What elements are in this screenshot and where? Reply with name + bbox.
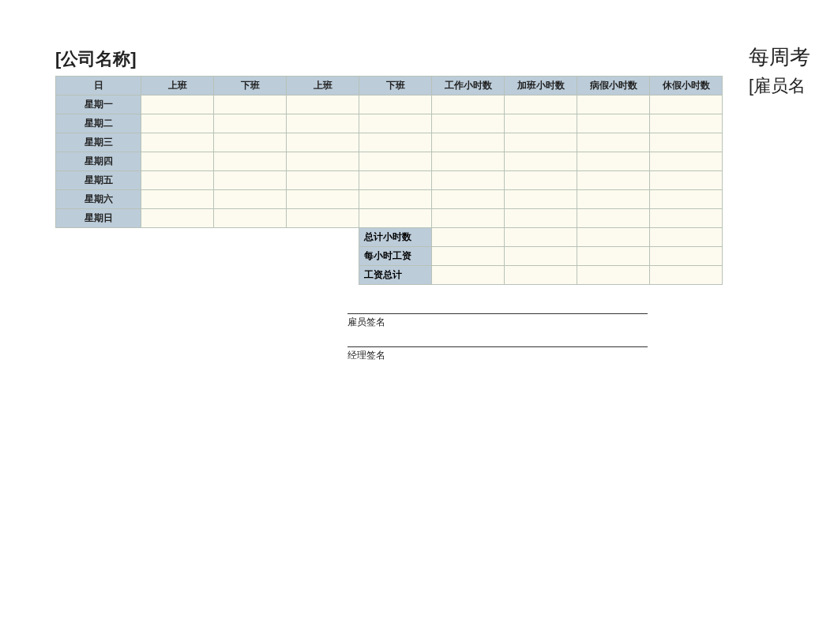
summary-row: 总计小时数 bbox=[56, 228, 723, 247]
col-work-hours: 工作小时数 bbox=[432, 77, 505, 95]
cell[interactable] bbox=[650, 114, 723, 133]
total-hours-cell[interactable] bbox=[505, 228, 577, 247]
day-label: 星期四 bbox=[56, 152, 141, 171]
cell[interactable] bbox=[650, 133, 723, 152]
total-hours-cell[interactable] bbox=[650, 228, 723, 247]
cell[interactable] bbox=[650, 209, 723, 228]
table-row: 星期一 bbox=[56, 95, 723, 114]
timesheet-table: 日 上班 下班 上班 下班 工作小时数 加班小时数 病假小时数 休假小时数 星期… bbox=[55, 76, 723, 285]
cell[interactable] bbox=[359, 152, 432, 171]
cell[interactable] bbox=[432, 152, 505, 171]
day-label: 星期日 bbox=[56, 209, 141, 228]
cell[interactable] bbox=[214, 152, 287, 171]
cell[interactable] bbox=[141, 133, 214, 152]
cell[interactable] bbox=[141, 209, 214, 228]
day-label: 星期五 bbox=[56, 171, 141, 190]
total-hours-cell[interactable] bbox=[577, 228, 650, 247]
cell[interactable] bbox=[359, 95, 432, 114]
table-row: 星期四 bbox=[56, 152, 723, 171]
cell[interactable] bbox=[432, 171, 505, 190]
cell[interactable] bbox=[577, 171, 650, 190]
total-wage-cell[interactable] bbox=[432, 266, 505, 285]
table-row: 星期五 bbox=[56, 171, 723, 190]
col-in1: 上班 bbox=[141, 77, 214, 95]
total-wage-cell[interactable] bbox=[650, 266, 723, 285]
cell[interactable] bbox=[214, 171, 287, 190]
table-row: 星期日 bbox=[56, 209, 723, 228]
cell[interactable] bbox=[214, 209, 287, 228]
cell[interactable] bbox=[577, 114, 650, 133]
cell[interactable] bbox=[287, 95, 359, 114]
total-wage-cell[interactable] bbox=[505, 266, 577, 285]
col-vacation-hours: 休假小时数 bbox=[650, 77, 723, 95]
employee-name: [雇员名 bbox=[749, 74, 810, 98]
cell[interactable] bbox=[577, 95, 650, 114]
summary-row: 每小时工资 bbox=[56, 247, 723, 266]
cell[interactable] bbox=[141, 190, 214, 209]
cell[interactable] bbox=[577, 133, 650, 152]
cell[interactable] bbox=[214, 133, 287, 152]
cell[interactable] bbox=[359, 209, 432, 228]
cell[interactable] bbox=[432, 133, 505, 152]
cell[interactable] bbox=[432, 95, 505, 114]
table-header-row: 日 上班 下班 上班 下班 工作小时数 加班小时数 病假小时数 休假小时数 bbox=[56, 77, 723, 95]
hourly-wage-cell[interactable] bbox=[577, 247, 650, 266]
weekly-title: 每周考 bbox=[749, 43, 810, 71]
cell[interactable] bbox=[432, 209, 505, 228]
cell[interactable] bbox=[287, 152, 359, 171]
day-label: 星期一 bbox=[56, 95, 141, 114]
employee-signature-label: 雇员签名 bbox=[348, 316, 723, 329]
cell[interactable] bbox=[505, 190, 577, 209]
cell[interactable] bbox=[577, 209, 650, 228]
cell[interactable] bbox=[287, 171, 359, 190]
company-name: [公司名称] bbox=[55, 47, 137, 71]
cell[interactable] bbox=[505, 209, 577, 228]
cell[interactable] bbox=[287, 209, 359, 228]
cell[interactable] bbox=[650, 95, 723, 114]
cell[interactable] bbox=[359, 171, 432, 190]
cell[interactable] bbox=[505, 171, 577, 190]
cell[interactable] bbox=[287, 190, 359, 209]
cell[interactable] bbox=[432, 114, 505, 133]
col-day: 日 bbox=[56, 77, 141, 95]
cell[interactable] bbox=[650, 190, 723, 209]
total-wage-cell[interactable] bbox=[577, 266, 650, 285]
cell[interactable] bbox=[141, 171, 214, 190]
col-out2: 下班 bbox=[359, 77, 432, 95]
total-hours-cell[interactable] bbox=[432, 228, 505, 247]
cell[interactable] bbox=[505, 114, 577, 133]
cell[interactable] bbox=[214, 95, 287, 114]
day-label: 星期二 bbox=[56, 114, 141, 133]
cell[interactable] bbox=[214, 114, 287, 133]
hourly-wage-cell[interactable] bbox=[650, 247, 723, 266]
cell[interactable] bbox=[505, 133, 577, 152]
total-wage-label: 工资总计 bbox=[359, 266, 432, 285]
cell[interactable] bbox=[214, 190, 287, 209]
cell[interactable] bbox=[432, 190, 505, 209]
cell[interactable] bbox=[141, 114, 214, 133]
cell[interactable] bbox=[287, 133, 359, 152]
cell[interactable] bbox=[359, 190, 432, 209]
col-overtime-hours: 加班小时数 bbox=[505, 77, 577, 95]
cell[interactable] bbox=[287, 114, 359, 133]
cell[interactable] bbox=[505, 152, 577, 171]
col-in2: 上班 bbox=[287, 77, 359, 95]
cell[interactable] bbox=[359, 133, 432, 152]
manager-signature-line bbox=[348, 346, 648, 347]
cell[interactable] bbox=[650, 152, 723, 171]
manager-signature-label: 经理签名 bbox=[348, 349, 723, 362]
col-out1: 下班 bbox=[214, 77, 287, 95]
hourly-wage-label: 每小时工资 bbox=[359, 247, 432, 266]
cell[interactable] bbox=[577, 152, 650, 171]
cell[interactable] bbox=[505, 95, 577, 114]
table-row: 星期六 bbox=[56, 190, 723, 209]
cell[interactable] bbox=[577, 190, 650, 209]
col-sick-hours: 病假小时数 bbox=[577, 77, 650, 95]
cell[interactable] bbox=[141, 95, 214, 114]
cell[interactable] bbox=[650, 171, 723, 190]
cell[interactable] bbox=[141, 152, 214, 171]
summary-row: 工资总计 bbox=[56, 266, 723, 285]
hourly-wage-cell[interactable] bbox=[505, 247, 577, 266]
cell[interactable] bbox=[359, 114, 432, 133]
hourly-wage-cell[interactable] bbox=[432, 247, 505, 266]
